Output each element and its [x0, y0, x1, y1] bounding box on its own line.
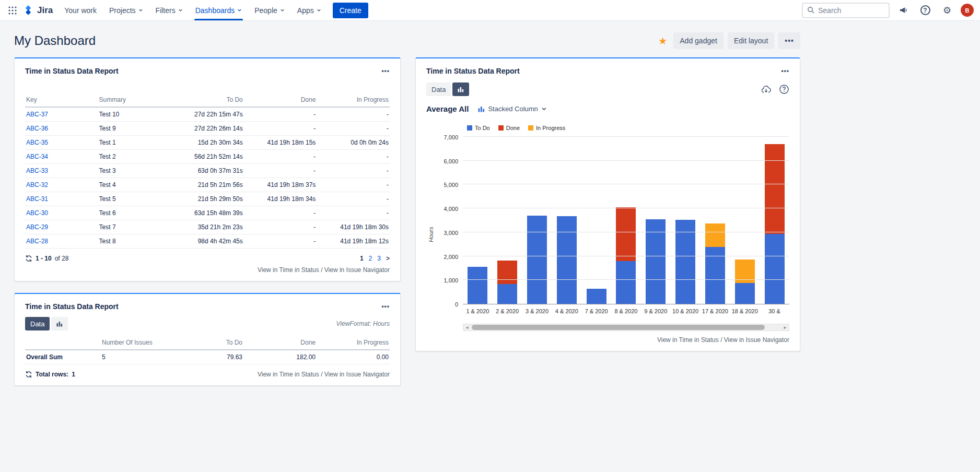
page-3-link[interactable]: 3: [377, 255, 381, 262]
x-axis-label: 10 & 2020: [671, 308, 701, 314]
issue-summary: Test 9: [98, 122, 187, 136]
issue-key-link[interactable]: ABC-34: [26, 153, 48, 160]
table-row: ABC-33Test 363d 0h 37m 31s--: [25, 164, 390, 178]
scroll-right-icon[interactable]: ►: [783, 325, 787, 330]
nav-apps[interactable]: Apps: [291, 0, 328, 20]
nav-dashboards[interactable]: Dashboards: [189, 0, 249, 20]
issue-key-link[interactable]: ABC-37: [26, 111, 48, 118]
view-in-time-in-status-link[interactable]: View in Time in Status: [258, 371, 319, 378]
bar-182020[interactable]: [735, 259, 755, 304]
number-of-issues-value: 5: [101, 350, 186, 364]
column-header-done: Done: [243, 336, 317, 350]
legend-swatch: [528, 125, 533, 131]
nav-label: People: [254, 6, 277, 15]
app-switcher-icon[interactable]: [4, 2, 21, 19]
settings-gear-icon[interactable]: ⚙: [939, 2, 955, 19]
table-row: ABC-29Test 735d 21h 2m 23s-41d 19h 18m 3…: [25, 220, 390, 234]
search-input[interactable]: [818, 6, 880, 15]
announcement-icon[interactable]: [895, 2, 912, 19]
legend-label: Done: [506, 125, 520, 131]
avatar[interactable]: B: [961, 4, 974, 17]
column-header-summary: Summary: [98, 93, 187, 107]
done-time: 41d 19h 18m 37s: [244, 178, 317, 192]
y-axis-tick: 1,000: [444, 277, 458, 284]
gridline: [463, 256, 789, 256]
export-cloud-download-icon[interactable]: [761, 84, 772, 95]
page-1-current[interactable]: 1: [360, 255, 364, 262]
next-page-icon[interactable]: >: [386, 255, 390, 262]
bar-102020[interactable]: [675, 220, 695, 304]
scroll-left-icon[interactable]: ◄: [465, 325, 469, 330]
view-in-time-in-status-link[interactable]: View in Time in Status: [258, 266, 319, 274]
todo-time: 27d 22h 15m 47s: [186, 107, 244, 122]
issue-key-link[interactable]: ABC-33: [26, 167, 48, 174]
dashboard-more-button[interactable]: •••: [778, 32, 800, 49]
bar-42020[interactable]: [557, 216, 577, 304]
table-row: ABC-37Test 1027d 22h 15m 47s--: [25, 107, 390, 122]
edit-layout-button[interactable]: Edit layout: [728, 32, 774, 49]
chevron-down-icon: [317, 8, 321, 13]
view-in-issue-navigator-link[interactable]: View in Issue Navigator: [724, 336, 789, 344]
page-2-link[interactable]: 2: [369, 255, 372, 262]
issue-key-link[interactable]: ABC-35: [26, 139, 48, 146]
nav-your-work[interactable]: Your work: [58, 0, 103, 20]
horizontal-scrollbar[interactable]: ◄ ►: [463, 324, 789, 331]
inprogress-time: -: [317, 150, 390, 164]
issue-key-link[interactable]: ABC-31: [26, 195, 48, 203]
add-gadget-button[interactable]: Add gadget: [673, 32, 724, 49]
gadget-more-button[interactable]: •••: [381, 303, 390, 310]
x-axis-label: 8 & 2020: [611, 308, 641, 314]
chart-view-button[interactable]: [51, 317, 68, 331]
issue-key-link[interactable]: ABC-36: [26, 125, 48, 132]
help-icon[interactable]: ?: [917, 2, 934, 19]
view-in-issue-navigator-link[interactable]: View in Issue Navigator: [324, 266, 390, 274]
gadget-more-button[interactable]: •••: [381, 67, 390, 75]
favorite-star-icon[interactable]: ★: [656, 33, 669, 49]
scrollbar-thumb[interactable]: [472, 325, 765, 330]
issue-key-link[interactable]: ABC-29: [26, 223, 48, 231]
link-separator: /: [719, 336, 724, 344]
bar-chart-icon: [56, 321, 63, 327]
done-time: -: [244, 107, 317, 122]
data-view-button[interactable]: Data: [426, 82, 451, 96]
bar-72020[interactable]: [587, 289, 606, 304]
question-mark-glyph: ?: [920, 5, 930, 15]
inprogress-time: -: [317, 206, 390, 220]
todo-time: 63d 0h 37m 31s: [186, 164, 244, 178]
issue-key-link[interactable]: ABC-32: [26, 181, 48, 188]
y-axis-tick: 7,000: [444, 134, 458, 140]
gridline: [463, 208, 789, 208]
bar-32020[interactable]: [527, 216, 547, 304]
jira-logo[interactable]: Jira: [21, 5, 58, 16]
bar-172020[interactable]: [705, 223, 725, 304]
todo-time: 56d 21h 52m 14s: [186, 150, 244, 164]
bar-12020[interactable]: [468, 267, 487, 304]
done-time: -: [244, 220, 317, 234]
inprogress-time: -: [317, 122, 390, 136]
nav-people[interactable]: People: [248, 0, 291, 20]
chart-type-dropdown[interactable]: Stacked Column: [478, 105, 546, 113]
legend-item[interactable]: In Progress: [528, 125, 565, 131]
view-in-time-in-status-link[interactable]: View in Time in Status: [657, 336, 719, 344]
bar-segment: [527, 216, 547, 304]
gadget-more-button[interactable]: •••: [781, 67, 789, 75]
chart-view-button[interactable]: [452, 82, 469, 96]
legend-item[interactable]: To Do: [467, 125, 490, 131]
column-header-inprogress: In Progress: [317, 93, 390, 107]
search-box[interactable]: [802, 3, 890, 18]
data-view-button[interactable]: Data: [25, 317, 50, 331]
legend-item[interactable]: Done: [498, 125, 520, 131]
issue-key-link[interactable]: ABC-28: [26, 238, 48, 245]
refresh-icon[interactable]: [25, 255, 32, 262]
inprogress-time: -: [317, 164, 390, 178]
jira-wordmark: Jira: [37, 5, 53, 16]
view-in-issue-navigator-link[interactable]: View in Issue Navigator: [324, 371, 390, 378]
create-button[interactable]: Create: [333, 3, 368, 18]
refresh-icon[interactable]: [25, 371, 32, 378]
chart-help-icon[interactable]: [779, 84, 789, 95]
issue-key-link[interactable]: ABC-30: [26, 209, 48, 217]
nav-projects[interactable]: Projects: [103, 0, 149, 20]
total-rows-label: Total rows:: [36, 371, 68, 378]
bar-22020[interactable]: [497, 261, 517, 304]
nav-filters[interactable]: Filters: [149, 0, 189, 20]
